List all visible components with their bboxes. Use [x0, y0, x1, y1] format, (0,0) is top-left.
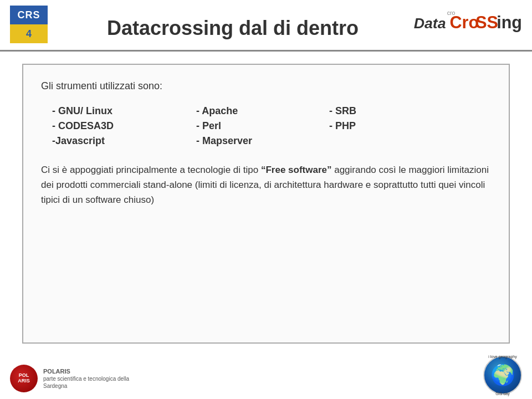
tools-grid: - GNU/ Linux - Apache - SRB - CODESA3D -… — [52, 105, 491, 147]
tool-mapserver: - Mapserver — [196, 135, 329, 147]
tool-gnu-linux: - GNU/ Linux — [52, 105, 196, 117]
datacrossing-svg: Data Cro SS ing cro — [411, 6, 522, 39]
svg-text:cro: cro — [447, 10, 456, 16]
earth-text-top: i love geography — [488, 355, 516, 359]
tool-codesa3d: - CODESA3D — [52, 120, 196, 132]
crs4-top: CRS — [10, 6, 48, 24]
body-paragraph: Ci si è appoggiati principalmente a tecn… — [41, 162, 491, 208]
tool-php: - PHP — [329, 120, 440, 132]
svg-text:SS: SS — [475, 13, 498, 32]
polaris-text-block: POLARIS parte scientifica e tecnologica … — [43, 367, 143, 390]
polaris-badge-text: POLARIS — [18, 373, 30, 384]
bottom-left-logo: POLARIS POLARIS parte scientifica e tecn… — [10, 365, 143, 392]
slide: CRS 4 Data Cro SS ing cro Datacrossing d… — [0, 0, 532, 399]
page-title: Datacrossing dal di dentro — [61, 17, 405, 40]
content-box: Gli strumenti utilizzati sono: - GNU/ Li… — [22, 64, 510, 344]
crs4-bottom: 4 — [10, 24, 48, 43]
tool-perl: - Perl — [196, 120, 329, 132]
polaris-name: POLARIS — [43, 367, 143, 375]
bottom-right-logo: i love geography GIS day — [483, 356, 522, 395]
tool-srb: - SRB — [329, 105, 440, 117]
earth-badge — [483, 356, 522, 395]
tool-javascript: -Javascript — [52, 135, 196, 147]
polaris-badge: POLARIS — [10, 365, 38, 392]
earth-text-bottom: GIS day — [495, 392, 509, 396]
tool-empty — [329, 135, 440, 147]
svg-text:ing: ing — [497, 13, 522, 32]
logo-crs4: CRS 4 — [10, 6, 48, 43]
svg-text:Data: Data — [414, 15, 446, 32]
free-software-text: “Free software” — [261, 165, 332, 175]
polaris-desc: parte scientifica e tecnologica della Sa… — [43, 375, 143, 390]
tool-apache: - Apache — [196, 105, 329, 117]
header-rule — [0, 50, 532, 52]
logo-datacrossing: Data Cro SS ing cro — [411, 4, 522, 40]
intro-text: Gli strumenti utilizzati sono: — [41, 80, 491, 92]
